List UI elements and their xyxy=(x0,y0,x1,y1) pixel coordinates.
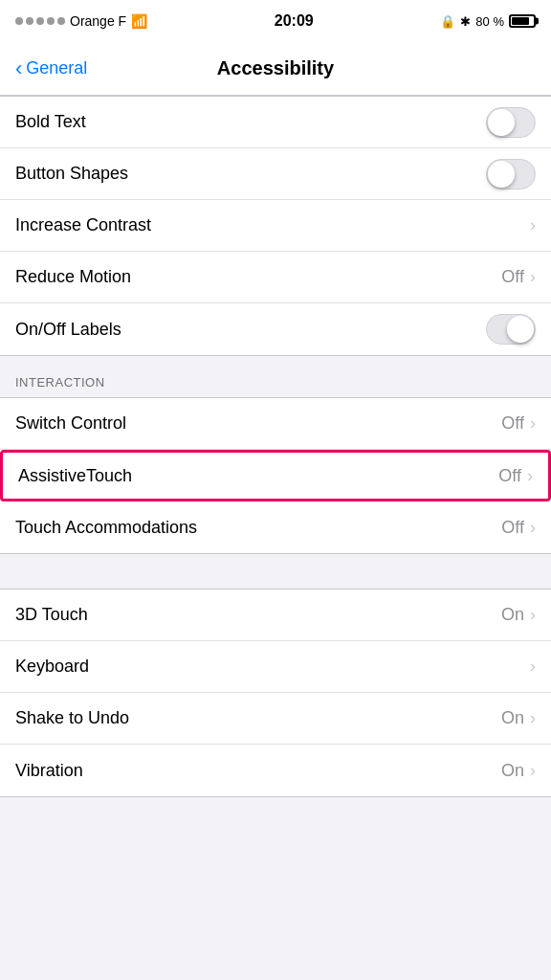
button-shapes-control xyxy=(486,159,536,189)
status-time: 20:09 xyxy=(275,12,314,30)
increase-contrast-control: › xyxy=(530,215,536,235)
back-label: General xyxy=(26,58,87,78)
vibration-label: Vibration xyxy=(15,761,83,781)
lock-icon: 🔒 xyxy=(440,14,455,29)
on-off-labels-control xyxy=(486,314,536,345)
switch-control-label: Switch Control xyxy=(15,413,126,434)
reduce-motion-label: Reduce Motion xyxy=(15,267,131,287)
dot-5 xyxy=(57,17,65,25)
physical-group: 3D Touch On › Keyboard › Shake to Undo O… xyxy=(0,589,551,797)
on-off-labels-label: On/Off Labels xyxy=(15,320,121,340)
chevron-right-icon: › xyxy=(530,518,536,538)
wifi-icon: 📶 xyxy=(131,13,147,29)
toggle-knob xyxy=(507,316,534,343)
touch-accommodations-row[interactable]: Touch Accommodations Off › xyxy=(0,501,551,553)
on-off-labels-toggle[interactable] xyxy=(486,314,536,345)
status-bar: Orange F 📶 20:09 🔒 ✱ 80 % xyxy=(0,0,551,42)
keyboard-right: › xyxy=(530,657,536,677)
reduce-motion-value: Off xyxy=(501,267,524,287)
dot-4 xyxy=(47,17,55,25)
on-off-labels-row[interactable]: On/Off Labels xyxy=(0,303,551,355)
interaction-section-header: INTERACTION xyxy=(0,356,551,397)
interaction-group: Switch Control Off › AssistiveTouch Off … xyxy=(0,397,551,554)
vibration-value: On xyxy=(501,761,524,781)
assistive-touch-value: Off xyxy=(498,466,521,486)
battery-fill xyxy=(512,17,529,25)
assistive-touch-label: AssistiveTouch xyxy=(18,466,132,486)
switch-control-row[interactable]: Switch Control Off › xyxy=(0,398,551,450)
button-shapes-label: Button Shapes xyxy=(15,164,128,184)
touch-accommodations-right: Off › xyxy=(501,518,536,538)
status-right: 🔒 ✱ 80 % xyxy=(440,14,536,29)
button-shapes-toggle[interactable] xyxy=(486,159,536,189)
switch-control-right: Off › xyxy=(501,413,536,434)
reduce-motion-row[interactable]: Reduce Motion Off › xyxy=(0,252,551,303)
keyboard-label: Keyboard xyxy=(15,657,89,677)
battery-icon xyxy=(509,14,536,28)
group-spacer xyxy=(0,554,551,589)
increase-contrast-label: Increase Contrast xyxy=(15,215,151,235)
chevron-right-icon: › xyxy=(530,605,536,625)
bold-text-control xyxy=(486,107,536,138)
button-shapes-row[interactable]: Button Shapes xyxy=(0,148,551,200)
shake-to-undo-value: On xyxy=(501,708,524,728)
shake-to-undo-right: On › xyxy=(501,708,536,728)
back-chevron-icon: ‹ xyxy=(15,58,22,79)
vision-group: Bold Text Button Shapes Increase Contras… xyxy=(0,96,551,356)
shake-to-undo-label: Shake to Undo xyxy=(15,708,129,728)
keyboard-row[interactable]: Keyboard › xyxy=(0,641,551,693)
chevron-right-icon: › xyxy=(530,413,536,434)
assistive-touch-right: Off › xyxy=(498,466,533,486)
chevron-right-icon: › xyxy=(530,267,536,287)
chevron-right-icon: › xyxy=(530,657,536,677)
touch-accommodations-label: Touch Accommodations xyxy=(15,518,197,538)
bold-text-row[interactable]: Bold Text xyxy=(0,97,551,148)
increase-contrast-row[interactable]: Increase Contrast › xyxy=(0,200,551,252)
bold-text-label: Bold Text xyxy=(15,112,86,132)
chevron-right-icon: › xyxy=(530,761,536,781)
bluetooth-icon: ✱ xyxy=(460,14,471,29)
3d-touch-label: 3D Touch xyxy=(15,605,88,625)
toggle-knob xyxy=(488,109,515,136)
nav-bar: ‹ General Accessibility xyxy=(0,42,551,96)
3d-touch-row[interactable]: 3D Touch On › xyxy=(0,590,551,641)
dot-2 xyxy=(26,17,33,25)
touch-accommodations-value: Off xyxy=(501,518,524,538)
shake-to-undo-row[interactable]: Shake to Undo On › xyxy=(0,693,551,745)
page-title: Accessibility xyxy=(217,57,334,79)
carrier-label: Orange F xyxy=(70,13,126,29)
assistive-touch-row[interactable]: AssistiveTouch Off › xyxy=(0,450,551,501)
chevron-right-icon: › xyxy=(530,215,536,235)
chevron-right-icon: › xyxy=(530,708,536,728)
vibration-row[interactable]: Vibration On › xyxy=(0,745,551,796)
3d-touch-value: On xyxy=(501,605,524,625)
status-left: Orange F 📶 xyxy=(15,13,147,29)
dot-3 xyxy=(36,17,44,25)
back-button[interactable]: ‹ General xyxy=(15,58,87,79)
chevron-right-icon: › xyxy=(527,466,533,486)
3d-touch-right: On › xyxy=(501,605,536,625)
toggle-knob xyxy=(488,161,515,188)
settings-content: Bold Text Button Shapes Increase Contras… xyxy=(0,96,551,797)
vibration-right: On › xyxy=(501,761,536,781)
bold-text-toggle[interactable] xyxy=(486,107,536,138)
battery-percent: 80 % xyxy=(475,14,504,29)
dot-1 xyxy=(15,17,23,25)
signal-dots xyxy=(15,17,65,25)
reduce-motion-control: Off › xyxy=(501,267,536,287)
switch-control-value: Off xyxy=(501,413,524,434)
